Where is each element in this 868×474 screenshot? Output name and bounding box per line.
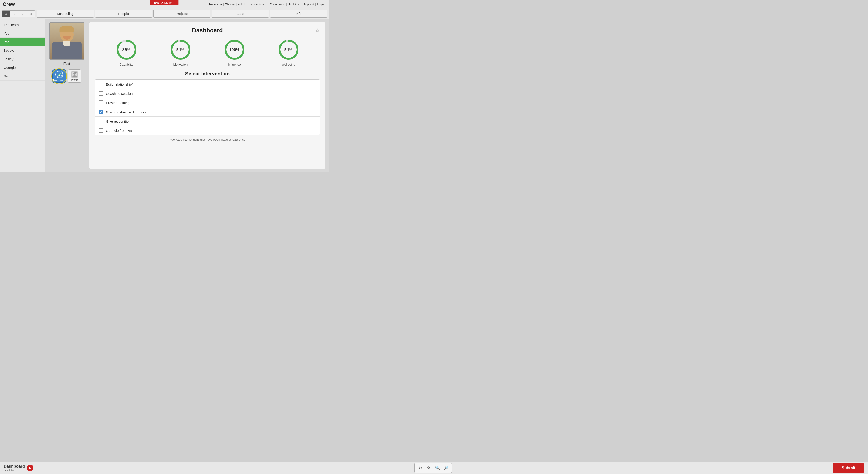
nav-info[interactable]: Info	[270, 10, 327, 18]
star-icon[interactable]: ☆	[315, 27, 320, 34]
checkbox-constructive-feedback[interactable]	[99, 110, 103, 114]
profile-svg-icon	[71, 71, 78, 78]
person-action-icons: Dashboard Profile	[53, 69, 81, 83]
checkbox-get-help-hr[interactable]	[99, 128, 103, 133]
list-item: Get help from HR	[95, 126, 320, 135]
nav-tabs-row: 1 2 3 4 Scheduling People Projects Stats…	[0, 9, 329, 19]
dashboard-panel: Dashboard ☆ 89% Capability	[90, 22, 325, 169]
dashboard-icon-btn[interactable]: Dashboard	[53, 69, 66, 83]
intervention-label-provide-training: Provide training	[106, 101, 129, 105]
intervention-label-build-relationship: Build relationship*	[106, 82, 133, 86]
intervention-list: Build relationship* Coaching session Pro…	[95, 79, 320, 135]
metrics-row: 89% Capability 94% Motivation	[95, 38, 320, 66]
checkbox-provide-training[interactable]	[99, 100, 103, 105]
nav-leaderboard[interactable]: Leaderboard	[250, 3, 267, 6]
sidebar-item-lesley[interactable]: Lesley	[0, 55, 45, 63]
sidebar-item-bobbie[interactable]: Bobbie	[0, 46, 45, 55]
person-name: Pat	[63, 61, 70, 67]
nav-documents[interactable]: Documents	[270, 3, 285, 6]
intervention-title: Select Intervention	[95, 71, 320, 77]
checkbox-build-relationship[interactable]	[99, 82, 103, 87]
exit-ar-button[interactable]: Exit AR Mode ✕	[150, 0, 179, 5]
content-area: Pat Dashboard	[45, 19, 329, 172]
top-navigation: Hello Ken | Theory | Admin | Leaderboard…	[209, 3, 326, 6]
wellbeing-value: 94%	[284, 47, 292, 52]
metric-capability: 89% Capability	[115, 38, 138, 66]
intervention-label-constructive-feedback: Give constructive feedback	[106, 110, 147, 114]
nav-projects[interactable]: Projects	[153, 10, 210, 18]
greeting: Hello Ken	[209, 3, 222, 6]
nav-admin[interactable]: Admin	[238, 3, 246, 6]
step-tab-2[interactable]: 2	[10, 11, 19, 17]
sidebar-item-you[interactable]: You	[0, 29, 45, 38]
footnote: * denotes interventions that have been m…	[95, 138, 320, 141]
nav-logout[interactable]: Logout	[317, 3, 326, 6]
intervention-section: Select Intervention Build relationship* …	[95, 71, 320, 141]
person-photo	[50, 22, 85, 60]
nav-people[interactable]: People	[95, 10, 152, 18]
intervention-label-give-recognition: Give recognition	[106, 120, 130, 123]
dashboard-svg-icon	[55, 70, 63, 78]
metric-wellbeing: 94% Wellbeing	[277, 38, 300, 66]
checkbox-coaching-session[interactable]	[99, 91, 103, 96]
nav-theory[interactable]: Theory	[225, 3, 235, 6]
nav-support[interactable]: Support	[303, 3, 314, 6]
step-tab-3[interactable]: 3	[19, 11, 27, 17]
nav-facilitate[interactable]: Facilitate	[288, 3, 300, 6]
motivation-label: Motivation	[173, 63, 188, 66]
metric-influence: 100% Influence	[223, 38, 246, 66]
step-tab-4[interactable]: 4	[27, 11, 35, 17]
list-item: Give constructive feedback	[95, 107, 320, 117]
influence-circle: 100%	[223, 38, 246, 61]
app-title: Crew	[3, 1, 15, 7]
step-tab-1[interactable]: 1	[2, 11, 10, 17]
nav-stats[interactable]: Stats	[212, 10, 269, 18]
nav-scheduling[interactable]: Scheduling	[37, 10, 94, 18]
sidebar-item-georgie[interactable]: Georgie	[0, 63, 45, 72]
list-item: Provide training	[95, 98, 320, 107]
sidebar: The Team You Pat Bobbie Lesley Georgie S…	[0, 19, 45, 172]
capability-value: 89%	[122, 47, 130, 52]
intervention-label-get-help-hr: Get help from HR	[106, 129, 132, 133]
list-item: Build relationship*	[95, 80, 320, 89]
influence-value: 100%	[229, 47, 240, 52]
metric-motivation: 94% Motivation	[169, 38, 192, 66]
wellbeing-circle: 94%	[277, 38, 300, 61]
profile-icon-btn[interactable]: Profile	[68, 69, 81, 83]
dashboard-icon-label: Dashboard	[53, 79, 65, 82]
sidebar-item-sam[interactable]: Sam	[0, 72, 45, 80]
influence-label: Influence	[228, 63, 241, 66]
motivation-circle: 94%	[169, 38, 192, 61]
person-panel: Pat Dashboard	[49, 22, 85, 169]
step-tabs: 1 2 3 4	[2, 10, 35, 17]
dashboard-title: Dashboard	[170, 27, 245, 34]
main-layout: The Team You Pat Bobbie Lesley Georgie S…	[0, 19, 329, 172]
profile-icon-label: Profile	[71, 78, 78, 81]
sidebar-item-the-team[interactable]: The Team	[0, 21, 45, 29]
dashboard-header: Dashboard ☆	[95, 27, 320, 34]
sidebar-item-pat[interactable]: Pat	[0, 38, 45, 46]
motivation-value: 94%	[176, 47, 184, 52]
list-item: Coaching session	[95, 89, 320, 98]
checkbox-give-recognition[interactable]	[99, 119, 103, 124]
capability-label: Capability	[120, 63, 133, 66]
svg-point-4	[73, 72, 76, 75]
capability-circle: 89%	[115, 38, 138, 61]
list-item: Give recognition	[95, 117, 320, 126]
intervention-label-coaching-session: Coaching session	[106, 92, 133, 96]
wellbeing-label: Wellbeing	[281, 63, 295, 66]
